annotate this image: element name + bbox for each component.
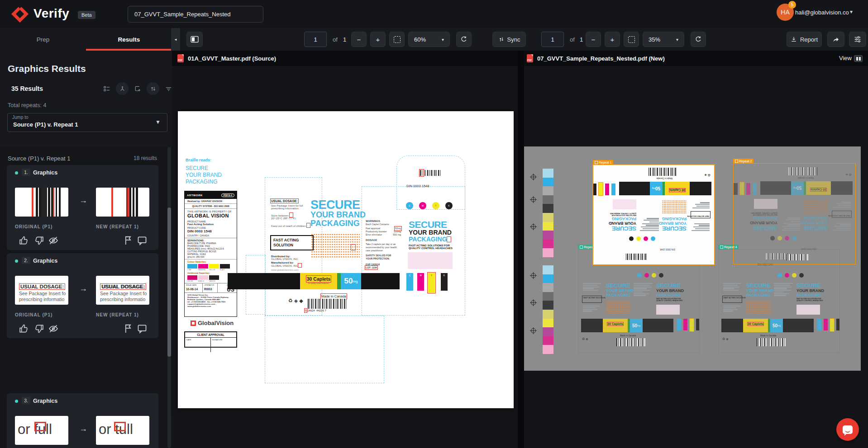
repeat-2-region[interactable]: Repeat 2 DIN 0003 1548 FAST ACTING SOLUT…: [733, 163, 856, 264]
status-dot: [15, 171, 18, 174]
new-rotate-button[interactable]: [691, 32, 706, 47]
sidebar-collapse-handle[interactable]: ◂: [171, 28, 180, 51]
mini-braille-dots: [746, 300, 771, 314]
mini-mg-box: 50mg: [650, 182, 663, 195]
new-thumbnail[interactable]: USUAL DOSAGE: See Package Insert fo pres…: [96, 276, 149, 305]
result-type: Graphics: [33, 170, 57, 176]
beta-badge: Beta: [78, 11, 95, 19]
new-fit-region-button[interactable]: [624, 32, 639, 47]
cmyk-dot-m: [644, 236, 648, 241]
new-zoom-select[interactable]: 35%▾: [643, 32, 684, 47]
mini-text-block: [692, 202, 710, 208]
share-button[interactable]: [827, 32, 844, 47]
source-page[interactable]: Braille reads: SECUREYOUR BRANDPACKAGING…: [178, 111, 514, 408]
original-thumbnail[interactable]: USUAL DOSAGE: See Package Insert fo pres…: [15, 276, 68, 305]
source-rotate-button[interactable]: [456, 32, 472, 47]
repeat-1-region-selected[interactable]: Repeat 1 DIN 0003 1548 FAST ACTING SOLUT…: [592, 164, 715, 265]
mini-text-block: [833, 222, 851, 231]
new-page-input[interactable]: [541, 32, 564, 47]
source-zoom-select[interactable]: 60%▾: [408, 32, 450, 47]
mini-upc-barcode: [788, 167, 817, 175]
mini-caplets-box: 30 Caplets: [665, 182, 690, 195]
din-number: DIN 0003 1548: [406, 184, 429, 188]
panel-layout-button[interactable]: [186, 32, 203, 47]
new-thumbnail[interactable]: [96, 188, 149, 217]
cmyk-dot-c: C: [406, 202, 413, 209]
pdf-file-icon: PDF: [527, 54, 533, 62]
mini-bar-m: [605, 184, 609, 195]
tab-results[interactable]: Results: [86, 28, 172, 51]
registration-mark: [530, 299, 537, 306]
source-zoom-out-button[interactable]: −: [351, 32, 367, 47]
mini-bar-y-highlighted: [690, 319, 694, 331]
hide-result-icon[interactable]: [48, 324, 58, 334]
mini-brand-logo-2: SECURE YOUR BRAND PACKAGING FAST ACTING …: [656, 283, 684, 302]
new-thumbnail[interactable]: or tull: [96, 416, 149, 445]
color-bar-m: M: [417, 273, 424, 291]
section-title: Source (P1) v. Repeat 1: [8, 155, 71, 162]
result-card-3[interactable]: 3. Graphics or full → or tull ORIGINAL (…: [7, 393, 158, 448]
view-label: View: [839, 55, 852, 61]
jump-to-select[interactable]: Jump to Source (P1) v. Repeat 1 ▼: [7, 113, 167, 132]
cmyk-dot-k: [799, 273, 804, 278]
chevron-down-icon[interactable]: ▾: [850, 9, 853, 15]
chevron-down-icon: ▼: [155, 119, 161, 125]
tab-prep[interactable]: Prep: [0, 28, 86, 51]
chat-launcher-button[interactable]: [836, 418, 859, 441]
mini-warnings-block: [640, 217, 659, 231]
flag-icon[interactable]: [124, 236, 134, 245]
source-page-input[interactable]: [304, 32, 327, 47]
mini-brand-logo: SECURE YOUR BRAND PACKAGING: [800, 216, 828, 231]
group-results-icon[interactable]: [100, 82, 113, 95]
mini-text-block: [583, 283, 601, 292]
mini-barcode: [766, 253, 787, 259]
braille-translation: SECUREYOUR BRANDPACKAGING: [186, 165, 222, 185]
filter-results-icon[interactable]: [162, 82, 175, 95]
mini-black-bar: [690, 182, 711, 195]
sync-button[interactable]: Sync: [492, 32, 526, 47]
mini-recycle-icons: ♻◈: [703, 173, 711, 177]
hide-result-icon[interactable]: [48, 236, 58, 245]
press-sheet[interactable]: Repeat 3 DIN 0003 1548 FAST ACTING SOLUT…: [524, 146, 861, 371]
comment-icon[interactable]: [137, 324, 147, 334]
comment-icon[interactable]: [137, 236, 147, 245]
swatch: [220, 264, 230, 269]
user-email[interactable]: hali@globalvision.co: [795, 9, 849, 16]
new-zoom-in-button[interactable]: +: [605, 32, 620, 47]
filename-input[interactable]: [128, 6, 263, 23]
mini-black-bar-2: [783, 319, 814, 332]
report-button[interactable]: Report: [787, 32, 822, 47]
view-toggle-icon[interactable]: [854, 55, 863, 62]
new-viewer[interactable]: Repeat 3 DIN 0003 1548 FAST ACTING SOLUT…: [524, 66, 868, 448]
new-page-total: 1: [580, 36, 583, 43]
thumbs-up-icon[interactable]: [19, 324, 29, 334]
flag-icon[interactable]: [124, 324, 134, 334]
panel-divider[interactable]: [518, 51, 524, 448]
result-card-1[interactable]: 1. Graphics → ORIGINAL (P1) NEW (REPEAT …: [7, 165, 158, 250]
registration-mark: [530, 327, 537, 334]
source-fit-region-button[interactable]: [389, 32, 405, 47]
mini-braille-dots: [606, 300, 630, 314]
thumbs-down-icon[interactable]: [34, 324, 44, 334]
cmyk-dot-m: [785, 236, 789, 241]
arrow-icon: →: [79, 196, 87, 205]
distributor-block: Distributed by: GLOBAL VISION, INC. Manu…: [271, 255, 301, 271]
thumbs-up-icon[interactable]: [19, 236, 29, 245]
source-viewer[interactable]: Braille reads: SECUREYOUR BRANDPACKAGING…: [172, 66, 518, 448]
mini-bar-k: [696, 319, 699, 330]
repeat-4-region[interactable]: Repeat 4 DIN 0003 1548 FAST ACTING SOLUT…: [718, 249, 840, 353]
add-region-icon[interactable]: [131, 82, 144, 95]
sidebar-scrollbar-thumb[interactable]: [167, 207, 171, 357]
mini-black-bar: [721, 319, 743, 332]
thumbs-down-icon[interactable]: [34, 236, 44, 245]
new-zoom-out-button[interactable]: −: [586, 32, 601, 47]
result-card-2[interactable]: 2. Graphics USUAL DOSAGE: See Package In…: [7, 253, 158, 338]
original-thumbnail[interactable]: or full: [15, 416, 68, 445]
sort-results-icon[interactable]: [147, 82, 159, 95]
mini-brand-logo: SECURE YOUR BRAND PACKAGING: [659, 217, 687, 231]
original-thumbnail[interactable]: [15, 188, 68, 217]
settings-sliders-button[interactable]: [849, 32, 866, 47]
mini-recycle-icons: ♻◈: [844, 173, 852, 176]
source-zoom-in-button[interactable]: +: [370, 32, 386, 47]
merge-results-icon[interactable]: [116, 82, 129, 95]
